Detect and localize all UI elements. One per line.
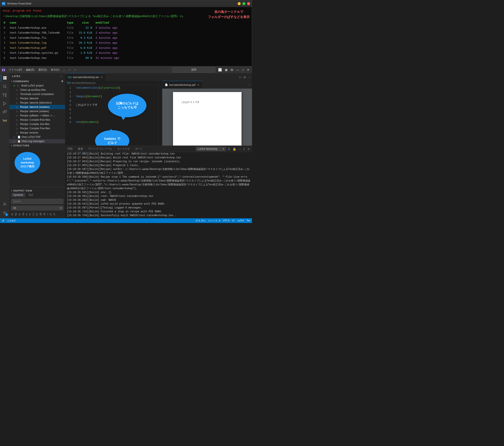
recipe-lualatex-icon: ▷ xyxy=(16,106,19,108)
sidebar-item-build-latex[interactable]: ▾ ▷ Build LaTeX project xyxy=(9,84,65,88)
minimize-button[interactable] xyxy=(238,2,241,5)
split-editor-icon[interactable]: ⊟ xyxy=(243,75,246,79)
snippet-search-input[interactable] xyxy=(11,199,63,204)
menu-more[interactable]: ... xyxy=(61,68,67,72)
activity-search[interactable] xyxy=(1,83,9,90)
activity-explorer[interactable] xyxy=(1,74,9,82)
pdf-tabbar: 📄 test-latexWorkshop.pdf ✕ ··· xyxy=(162,81,252,89)
structure-section-header[interactable]: ▾ STRUCTURE xyxy=(9,143,65,148)
status-line-col[interactable]: 行 6, 列 1 xyxy=(196,219,206,222)
recipe-pdflatex-icon: ▷ xyxy=(16,114,19,117)
svg-point-12 xyxy=(4,203,6,204)
pdf-more-icon[interactable]: ··· xyxy=(247,83,251,87)
snippet-tab-symbols[interactable]: Symbols xyxy=(11,193,25,197)
search-wrap[interactable]: 🔍 質問 xyxy=(172,67,215,72)
panel-tab-terminal[interactable]: ターミナル xyxy=(115,146,132,152)
menu-view[interactable]: 表示(V) xyxy=(49,67,61,72)
terminal-window-controls[interactable] xyxy=(238,2,250,5)
dropdown-chevron-icon: ▾ xyxy=(60,206,61,209)
status-line-ending[interactable]: LF xyxy=(232,219,235,222)
sidebar-item-recipe-jnw[interactable]: ▷ Recipe: Compile Jnw files xyxy=(9,122,65,126)
sidebar-item-recipe-latexmkrc[interactable]: ▷ Recipe: latexmk (latexmkrc) xyxy=(9,101,65,105)
sidebar-item-terminate[interactable]: □ Terminate current compilation xyxy=(9,92,65,96)
editor-more-icon[interactable]: ··· xyxy=(247,75,251,79)
recipe-latexmkrc-icon: ▷ xyxy=(16,102,19,104)
panel-list-icon[interactable]: ☰ xyxy=(227,147,231,151)
activity-account[interactable] xyxy=(1,200,9,208)
activity-latex[interactable]: TeX xyxy=(1,117,9,124)
snippet-dropdown[interactable]: All ▾ xyxy=(11,206,63,210)
log-line: [15:10:20.642][Build] LaTeX build proces… xyxy=(67,202,250,206)
close-button[interactable] xyxy=(247,2,250,5)
sidebar-item-recipe-tectonic[interactable]: ▷ Recipe: tectonic xyxy=(9,131,65,135)
snippet-view-header[interactable]: ▾ SNIPPET VIEW xyxy=(9,189,65,193)
status-branch-icon[interactable]: ⚡ xyxy=(2,219,5,222)
fullscreen-icon[interactable]: ⊞ xyxy=(230,68,234,72)
window-maximize-btn[interactable]: □ xyxy=(241,68,245,72)
sidebar: LATEX ··· ▾ COMMANDS ⊕ ▾ ▷ Build LaTeX p… xyxy=(9,73,65,218)
global-search-input[interactable]: 質問 xyxy=(172,67,215,72)
sidebar-item-recipe-latexmk[interactable]: ▷ Recipe: latexmk xyxy=(9,96,65,101)
window-minimize-btn[interactable]: — xyxy=(235,68,240,72)
panel-close-icon[interactable]: ✕ xyxy=(247,147,250,151)
pdf-page: これはテストです xyxy=(173,92,241,146)
editor-area: TeX test-latexWorkshop.tex ✕ ▷ ⊟ ··· TeX xyxy=(65,73,252,218)
svg-rect-2 xyxy=(3,78,5,80)
sidebar-item-view-pdf[interactable]: ▷ 📄 View LaTeX PDF xyxy=(9,135,65,139)
panel-collapse-icon[interactable]: ∧ xyxy=(243,147,246,151)
log-line: [15:10:20.590][Build] Recipe step 1 The … xyxy=(67,175,250,190)
editor-tab-tex-close[interactable]: ✕ xyxy=(101,76,103,79)
status-errors[interactable]: △ 0 ⊗ 0 xyxy=(7,219,16,222)
snippet-tab-tikz[interactable]: TikZ xyxy=(26,193,35,197)
nav-back[interactable]: ← xyxy=(68,68,72,72)
latex-workshop-dropdown[interactable]: LaTeX Workshop ▾ xyxy=(196,147,226,151)
commands-section-header[interactable]: ▾ COMMANDS ⊕ xyxy=(9,79,65,84)
menu-file[interactable]: ファイル(F) xyxy=(7,67,24,72)
panel-tabs: 問題 出力 デバッグ コンソール ターミナル ポート LaTeX Worksho… xyxy=(65,146,252,152)
greek-chars: α β γ δ ε ε ζ η θ ϑ ι κ λ xyxy=(9,211,65,217)
status-language[interactable]: LaTeX xyxy=(237,219,244,222)
panel-tab-debug[interactable]: デバッグ コンソール xyxy=(86,146,115,152)
editor-tab-tex[interactable]: TeX test-latexWorkshop.tex ✕ xyxy=(65,73,106,81)
pdf-tab-close[interactable]: ✕ xyxy=(197,84,199,86)
split-icon[interactable]: ▣ xyxy=(224,68,228,72)
terminal-titlebar: PS Windows PowerShell xyxy=(0,0,252,7)
sidebar-item-recipe-pnw[interactable]: ▷ Recipe: Compile Pnw files xyxy=(9,126,65,131)
editor-tab-actions: ▷ ⊟ ··· xyxy=(238,75,252,79)
sidebar-item-cleanup[interactable]: ≡ Clean up auxiliary files xyxy=(9,88,65,92)
status-encoding[interactable]: UTF-8 xyxy=(223,219,230,222)
nav-forward[interactable]: → xyxy=(72,68,77,72)
panel-lock-icon[interactable]: 🔒 xyxy=(232,147,236,151)
log-line: [15:10:20.593][Build] cwd: %WS1% xyxy=(67,198,250,202)
status-tex[interactable]: Tex xyxy=(247,219,250,222)
menu-select[interactable]: 選択(S) xyxy=(36,67,49,72)
panel-tab-problems[interactable]: 問題 xyxy=(65,146,75,152)
sidebar-item-view-log[interactable]: ▷ 📋 View Log messages xyxy=(9,139,65,143)
tree-section: ▾ COMMANDS ⊕ ▾ ▷ Build LaTeX project ≡ C… xyxy=(9,79,65,187)
sidebar-item-recipe-pdflatex[interactable]: ▷ Recipe: pdflatex -> bibtex -> ... xyxy=(9,113,65,118)
view-pdf-chevron-icon: ▷ xyxy=(14,136,17,138)
commands-add-icon[interactable]: ⊕ xyxy=(61,80,63,83)
activity-extensions[interactable] xyxy=(1,108,9,116)
panel-more-icon[interactable]: ··· xyxy=(238,147,241,151)
log-line: [15:10:35.733][Build] Finished a step in… xyxy=(67,210,250,214)
maximize-button[interactable] xyxy=(242,2,245,5)
window-close-btn[interactable]: ✕ xyxy=(246,68,250,72)
sidebar-more-icon[interactable]: ··· xyxy=(60,74,63,78)
menu-edit[interactable]: 編集(E) xyxy=(24,67,36,72)
run-icon[interactable]: ▷ xyxy=(239,75,242,79)
code-editor[interactable]: TeX test-latexWorkshop.tex 1 \documentcl… xyxy=(65,81,162,146)
activity-settings[interactable]: 1 xyxy=(1,209,9,217)
panel-tab-output[interactable]: 出力 xyxy=(75,146,86,152)
build-expand-icon: ▾ xyxy=(14,84,17,87)
sidebar-item-recipe-rnw[interactable]: ▷ Recipe: Compile Rnw files xyxy=(9,118,65,122)
status-spaces[interactable]: スペース: 4 xyxy=(208,219,220,222)
activity-debug[interactable] xyxy=(1,100,9,107)
terminal-title: Windows PowerShell xyxy=(7,2,236,5)
activity-source-control[interactable] xyxy=(1,91,9,99)
sidebar-item-recipe-lualatex[interactable]: ▷ Recipe: latexmk (lualatex) xyxy=(9,105,65,109)
sidebar-item-recipe-xelatex[interactable]: ▷ Recipe: latexmk (xelatex) xyxy=(9,109,65,113)
panel-tab-ports[interactable]: ポート xyxy=(132,146,145,152)
pdf-tab-active[interactable]: 📄 test-latexWorkshop.pdf ✕ xyxy=(162,81,202,89)
layout-icon[interactable]: ⬜ xyxy=(217,68,223,72)
